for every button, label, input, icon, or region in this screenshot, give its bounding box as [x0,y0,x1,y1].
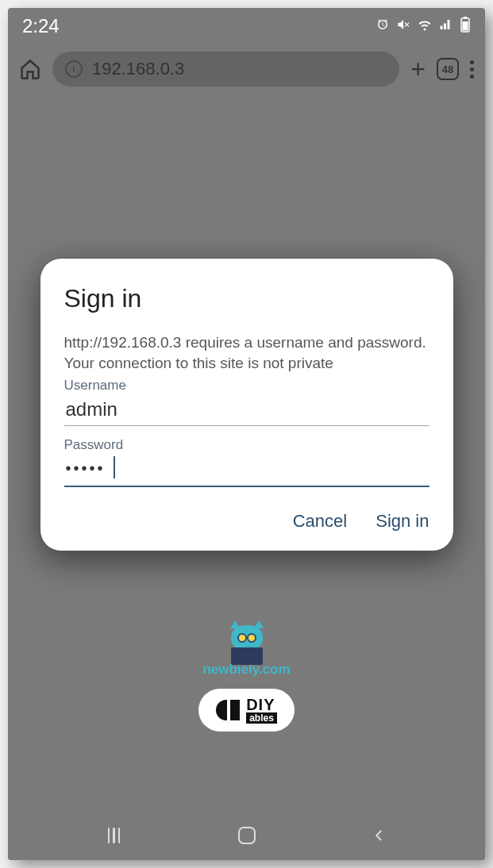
signal-icon [439,17,453,36]
new-tab-button[interactable]: + [410,55,426,84]
owl-icon [227,625,267,657]
battery-icon [460,17,471,36]
status-indicators [376,17,471,36]
status-bar: 2:24 [8,8,485,44]
password-label: Password [64,437,429,453]
more-menu-button[interactable] [470,60,474,79]
dialog-actions: Cancel Sign in [64,511,429,532]
signin-button[interactable]: Sign in [376,511,429,532]
diyables-icon [216,700,240,720]
recent-apps-button[interactable] [103,824,125,847]
cancel-button[interactable]: Cancel [293,511,347,532]
tab-switcher-button[interactable]: 48 [437,58,459,80]
site-info-icon[interactable]: i [65,60,83,78]
dialog-message: http://192.168.0.3 requires a username a… [64,332,429,373]
svg-rect-2 [464,17,467,19]
alarm-icon [376,17,390,36]
back-button[interactable] [368,824,391,847]
diyables-logo: DIY ables [198,689,295,732]
url-text: 192.168.0.3 [92,59,184,79]
phone-screen: 2:24 i 192.168.0.3 + [8,8,485,860]
diy-big-text: DIY [246,697,277,712]
navigation-bar [8,811,485,860]
status-time: 2:24 [22,15,60,37]
auth-dialog: Sign in http://192.168.0.3 requires a us… [40,259,453,551]
mute-icon [396,17,410,36]
footer-logos: newbiely.com DIY ables [8,625,485,732]
diy-small-text: ables [246,712,277,724]
wifi-icon [417,17,433,36]
username-input[interactable] [64,394,429,426]
svg-rect-1 [463,21,468,31]
home-button[interactable] [236,824,258,847]
browser-toolbar: i 192.168.0.3 + 48 [8,44,485,94]
address-bar[interactable]: i 192.168.0.3 [52,52,399,86]
text-cursor [114,456,115,478]
newbiely-logo: newbiely.com [202,625,290,678]
dialog-title: Sign in [64,284,429,313]
page-content: newbiely.com Sign in http://192.168.0.3 … [8,94,485,811]
password-input[interactable]: ••••• [64,453,429,487]
username-label: Username [64,378,429,394]
home-icon[interactable] [19,58,41,80]
